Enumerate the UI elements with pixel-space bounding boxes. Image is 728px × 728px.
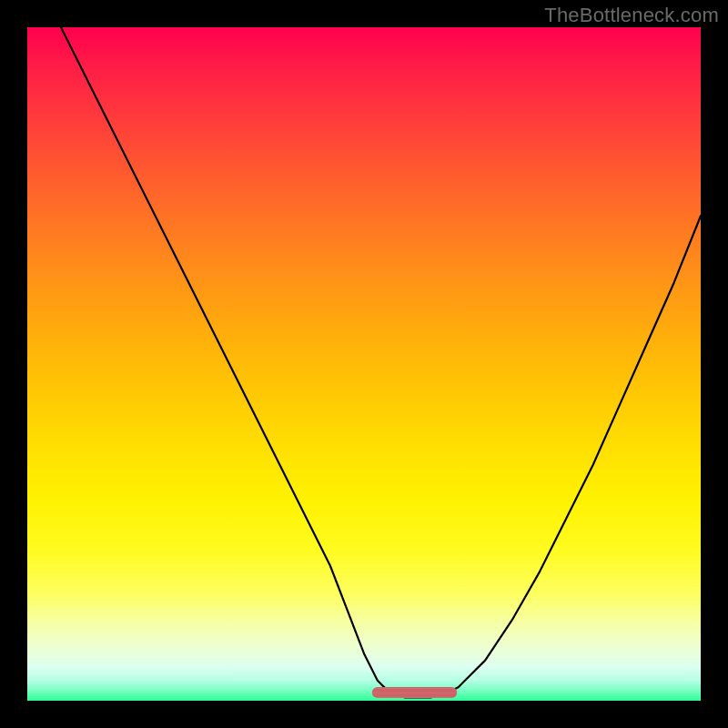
plot-area [27, 27, 701, 701]
attribution-label: TheBottleneck.com [544, 4, 719, 27]
chart-stage: TheBottleneck.com [0, 0, 728, 728]
bottleneck-curve [61, 27, 701, 697]
curve-layer [27, 27, 701, 701]
